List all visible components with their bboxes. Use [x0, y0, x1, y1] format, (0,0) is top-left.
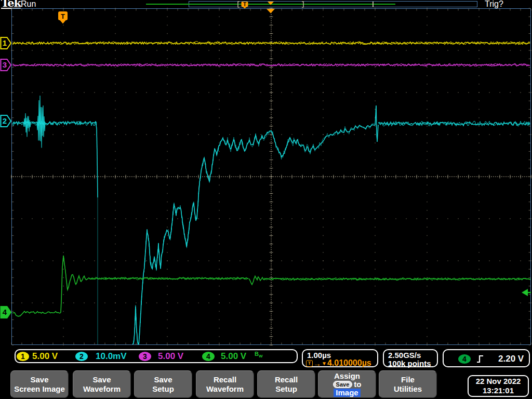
- trigger-level: 2.20 V: [498, 354, 524, 364]
- channel-marker-3: 3: [1, 59, 11, 71]
- svg-text:1: 1: [3, 38, 7, 47]
- delay-value: 4.010000µs: [327, 358, 371, 368]
- tek-logo: Tek: [1, 0, 21, 9]
- button-label: Save: [92, 375, 111, 384]
- ch1-badge: 1: [17, 352, 29, 361]
- save-key-badge: Save: [333, 381, 353, 388]
- ch3-scale: 5.00 V: [158, 351, 183, 362]
- assign-target-image: Image: [334, 389, 360, 397]
- button-label: Waveform: [83, 384, 121, 394]
- record-view-waveform-indicator: [146, 4, 395, 5]
- button-label: Recall: [275, 375, 298, 384]
- oscilloscope-screen: Tek Run Trig? T1234T 1 5.00 V 2 10.0mV 3…: [0, 0, 532, 399]
- button-label: Save: [154, 375, 172, 384]
- trigger-readout-box: 4 2.20 V: [443, 349, 530, 367]
- ch2-badge: 2: [75, 352, 88, 361]
- button-label: Setup: [152, 384, 174, 394]
- ch3-badge: 3: [139, 352, 151, 361]
- save-screen-image-button[interactable]: Save Screen Image: [10, 370, 69, 398]
- ch1-scale: 5.00 V: [32, 351, 58, 362]
- ch4-badge: 4: [202, 352, 215, 361]
- trigger-status: Trig?: [485, 0, 503, 9]
- svg-text:3: 3: [3, 60, 7, 69]
- assign-save-to-image-button[interactable]: Assign Saveto Image: [318, 370, 376, 398]
- waveform-display-frame: [11, 8, 531, 345]
- date-label: 22 Nov 2022: [469, 377, 528, 386]
- button-label: Assign: [334, 372, 360, 380]
- file-utilities-button[interactable]: File Utilities: [379, 370, 437, 398]
- acquisition-status: Run: [21, 0, 36, 9]
- svg-text:2: 2: [3, 116, 7, 125]
- channel-marker-1: 1: [1, 37, 11, 49]
- channel-readout-box: 1 5.00 V 2 10.0mV 3 5.00 V 4 5.00 V BW: [15, 349, 298, 363]
- delay-readout: T→▼4.010000µs: [306, 358, 371, 368]
- recall-setup-button[interactable]: Recall Setup: [257, 370, 315, 398]
- button-label: Screen Image: [14, 384, 65, 394]
- record-length: 100k points: [388, 359, 431, 368]
- button-label: Recall: [214, 375, 236, 384]
- button-label: Waveform: [206, 384, 244, 394]
- sample-rate: 2.50GS/s: [388, 351, 421, 360]
- save-waveform-button[interactable]: Save Waveform: [73, 370, 131, 398]
- save-setup-button[interactable]: Save Setup: [134, 370, 192, 398]
- channel-marker-2: 2: [1, 115, 11, 127]
- rising-edge-icon: [476, 354, 484, 364]
- button-label: Save: [30, 375, 48, 384]
- ch2-scale: 10.0mV: [96, 351, 127, 362]
- timebase-readout-box: 1.00µs T→▼4.010000µs: [302, 349, 378, 367]
- bandwidth-limit-icon: BW: [255, 351, 263, 358]
- svg-text:4: 4: [3, 308, 7, 316]
- recall-waveform-button[interactable]: Recall Waveform: [196, 370, 254, 398]
- record-view-bar: [189, 1, 477, 7]
- time-label: 13:21:01: [469, 386, 528, 395]
- button-label: Utilities: [394, 384, 422, 394]
- button-label: Setup: [275, 384, 297, 394]
- assign-middle-row: Saveto: [333, 380, 362, 389]
- datetime-box: 22 Nov 2022 13:21:01: [468, 375, 529, 397]
- channel-marker-4: 4: [1, 307, 11, 318]
- button-label: File: [401, 375, 415, 384]
- ch4-scale: 5.00 V: [221, 351, 246, 362]
- acquisition-readout-box: 2.50GS/s 100k points: [383, 349, 438, 367]
- trigger-source-badge: 4: [458, 354, 471, 364]
- button-label: to: [354, 380, 361, 389]
- trigger-t-icon: T: [306, 360, 313, 367]
